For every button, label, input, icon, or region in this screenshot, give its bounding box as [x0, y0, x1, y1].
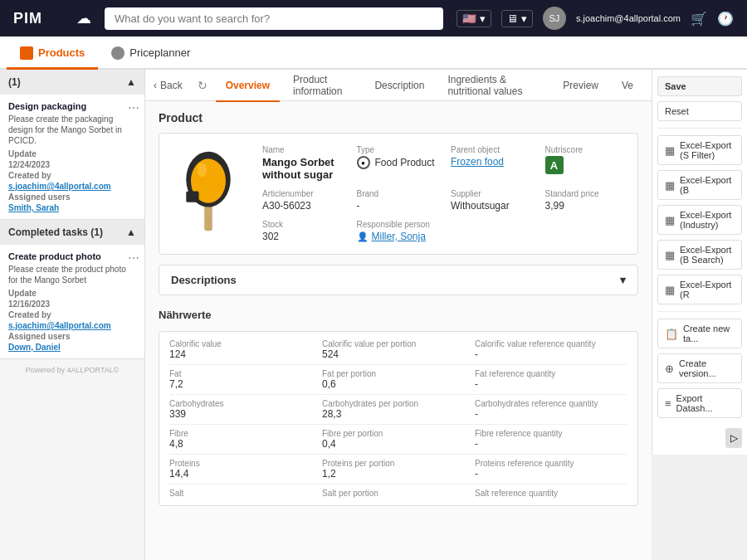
excel-export-r-button[interactable]: ▦ Excel-Export (R [657, 275, 742, 304]
tab-preview[interactable]: Preview [553, 71, 608, 102]
user-email: s.joachim@4allportal.com [576, 13, 681, 23]
svg-rect-0 [204, 202, 212, 230]
chevron-down-icon: ▾ [480, 12, 486, 25]
sidebar-completed-section-header[interactable]: Completed tasks (1) ▲ [0, 220, 144, 245]
collapse-icon-2[interactable]: ▲ [126, 226, 136, 238]
tab-description[interactable]: Description [364, 71, 434, 102]
completed-task-assigned-user[interactable]: Down, Daniel [8, 343, 136, 352]
avatar-initials: SJ [549, 13, 559, 23]
tab-preview-label: Preview [563, 80, 598, 91]
tab-ve[interactable]: Ve [612, 71, 643, 102]
search-container [105, 7, 443, 30]
field-supplier: Supplier Withoutsugar [451, 189, 532, 212]
proteins-portion-value: 1,2 [322, 468, 475, 480]
tab-description-label: Description [374, 80, 424, 91]
nutriscore-label: Nutriscore [545, 145, 627, 154]
export-datasheet-label: Export Datash... [676, 393, 735, 413]
salt-label: Salt [169, 489, 322, 498]
save-label: Save [665, 81, 686, 91]
reset-button[interactable]: Reset [657, 101, 742, 121]
refresh-button[interactable]: ↻ [193, 79, 212, 92]
naehrwerte-row-salt: Salt Salt per portion Salt reference qua… [169, 485, 627, 502]
tab-ve-label: Ve [622, 80, 633, 91]
fibre-ref-label: Fibre reference quantity [475, 429, 627, 438]
responsible-value[interactable]: Miller, Sonja [372, 231, 426, 242]
task-more-button[interactable]: ⋯ [128, 101, 139, 114]
task-date-label: Update [8, 149, 136, 158]
task-icon: 📋 [665, 328, 678, 340]
descriptions-collapsible[interactable]: Descriptions ▾ [159, 265, 638, 295]
calorific-portion-value: 524 [322, 348, 475, 360]
reset-label: Reset [665, 106, 689, 116]
back-button[interactable]: ‹ Back [154, 80, 189, 91]
save-button[interactable]: Save [657, 76, 742, 96]
panel-toggle-button[interactable]: ▷ [725, 428, 742, 448]
export-datasheet-button[interactable]: ≡ Export Datash... [657, 388, 742, 418]
excel-export-industry-button[interactable]: ▦ Excel-Export (Industry) [657, 205, 742, 235]
sidebar-open-section-header[interactable]: (1) ▲ [0, 70, 144, 95]
device-selector[interactable]: 🖥 ▾ [501, 10, 533, 27]
right-panel: Save Reset ▦ Excel-Export (S Filter) ▦ E… [652, 70, 747, 455]
tab-overview-label: Overview [226, 80, 270, 91]
task-assigned-user[interactable]: Smith, Sarah [8, 203, 136, 212]
naehrwerte-col-carbs-ref: Carbohydrates reference quantity - [475, 399, 627, 420]
flag-icon: 🇺🇸 [462, 12, 476, 25]
cloud-icon[interactable]: ☁ [76, 9, 91, 27]
salt-ref-label: Salt reference quantity [475, 489, 627, 498]
tab-ingredients-label: Ingredients & nutritional values [447, 74, 540, 97]
carbs-label: Carbohydrates [169, 399, 322, 408]
divider-2 [657, 311, 742, 312]
version-icon: ⊕ [665, 363, 674, 375]
fibre-label: Fibre [169, 429, 322, 438]
naehrwerte-col-salt-ref: Salt reference quantity [475, 489, 627, 498]
naehrwerte-col-carbs-portion: Carbohydrates per portion 28,3 [322, 399, 475, 420]
completed-task-created-by[interactable]: s.joachim@4allportal.com [8, 321, 136, 330]
naehrwerte-col-salt-portion: Salt per portion [322, 489, 475, 498]
sidebar-open-label: (1) [8, 76, 21, 88]
naehrwerte-row-calorific: Calorific value 124 Calorific value per … [169, 335, 627, 365]
tab-products[interactable]: Products [7, 38, 98, 70]
fibre-value: 4,8 [169, 438, 322, 450]
chevron-down-icon-2: ▾ [521, 12, 527, 25]
person-icon: 👤 [357, 231, 369, 242]
back-label: Back [160, 80, 183, 91]
field-brand: Brand - [357, 189, 438, 212]
tab-product-information[interactable]: Product information [283, 71, 361, 102]
naehrwerte-row-fibre: Fibre 4,8 Fibre per portion 0,4 Fibre re… [169, 425, 627, 455]
tab-priceplanner[interactable]: Priceplanner [98, 38, 203, 70]
language-selector[interactable]: 🇺🇸 ▾ [456, 10, 491, 27]
collapse-icon[interactable]: ▲ [126, 76, 136, 88]
excel-icon-4: ▦ [665, 249, 675, 261]
excel-export-filter-button[interactable]: ▦ Excel-Export (S Filter) [657, 135, 742, 165]
field-price: Standard price 3,99 [545, 189, 627, 212]
clock-icon[interactable]: 🕐 [717, 11, 734, 27]
completed-task-title: Create product photo [8, 251, 136, 261]
price-value: 3,99 [545, 200, 627, 212]
fibre-portion-value: 0,4 [322, 438, 475, 450]
create-task-button[interactable]: 📋 Create new ta... [657, 319, 742, 348]
secondary-tab-bar: ‹ Back ↻ Overview Product information De… [145, 70, 652, 101]
tab-products-label: Products [38, 46, 85, 59]
naehrwerte-col-fibre: Fibre 4,8 [169, 429, 322, 450]
task-created-by[interactable]: s.joachim@4allportal.com [8, 182, 136, 191]
completed-task-more-button[interactable]: ⋯ [128, 251, 139, 265]
carbs-ref-value: - [475, 408, 627, 420]
sidebar-task-item: ⋯ Design packaging Please create the pac… [0, 95, 144, 220]
field-stock: Stock 302 [262, 220, 344, 242]
parent-value[interactable]: Frozen food [451, 156, 532, 168]
completed-task-date-value: 12/16/2023 [8, 299, 136, 309]
type-label: Type [357, 145, 438, 154]
field-article: Articlenumber A30-56023 [262, 189, 344, 212]
completed-task-description: Please create the product photo for the … [8, 264, 136, 285]
product-fields: Name Mango Sorbet without sugar Type ● F… [262, 145, 626, 242]
excel-export-b-label: Excel-Export (B [680, 175, 735, 195]
type-row: ● Food Product [357, 156, 438, 169]
avatar[interactable]: SJ [543, 7, 566, 30]
create-version-button[interactable]: ⊕ Create version... [657, 353, 742, 383]
tab-ingredients[interactable]: Ingredients & nutritional values [437, 71, 549, 102]
cart-icon[interactable]: 🛒 [691, 11, 707, 27]
search-input[interactable] [105, 7, 443, 30]
tab-overview[interactable]: Overview [216, 71, 280, 102]
excel-export-b-button[interactable]: ▦ Excel-Export (B [657, 170, 742, 200]
excel-export-search-button[interactable]: ▦ Excel-Export (B Search) [657, 240, 742, 270]
